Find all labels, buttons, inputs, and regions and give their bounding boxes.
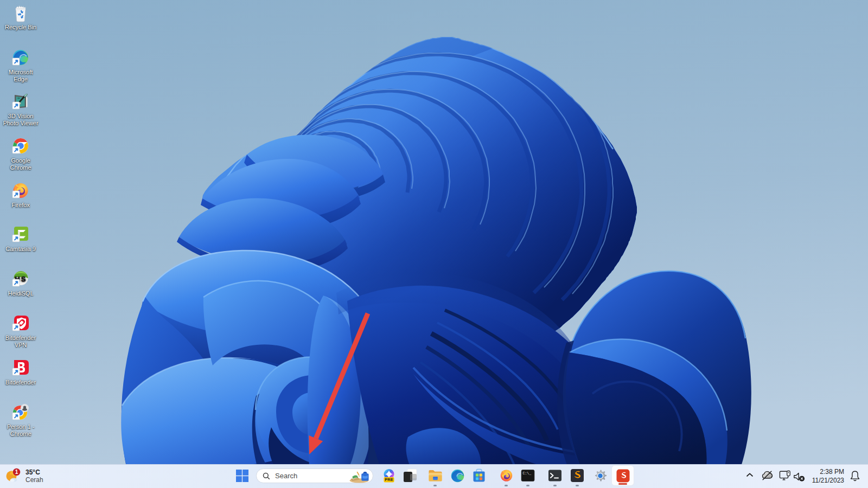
svg-text:1: 1 — [15, 469, 18, 475]
svg-text:S: S — [21, 275, 26, 283]
svg-text:C:\_: C:\_ — [523, 472, 532, 476]
svg-text:PRE: PRE — [385, 477, 393, 482]
